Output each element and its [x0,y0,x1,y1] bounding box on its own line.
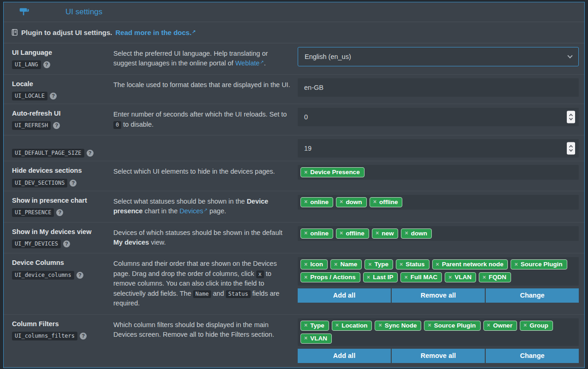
help-icon[interactable]: ? [53,122,60,129]
tag-parent-network-node[interactable]: ×Parent network node [432,259,508,269]
my-devices-statuses-tag-field[interactable]: ×online×offline×new×down [298,226,579,241]
devices-link[interactable]: Devices [179,207,203,215]
remove-tag-icon[interactable]: × [514,262,517,268]
tag-name[interactable]: ×Name [330,259,362,269]
remove-all-button[interactable]: Remove all [392,349,485,363]
remove-tag-icon[interactable]: × [334,262,337,268]
help-icon[interactable]: ? [80,333,87,340]
remove-tag-icon[interactable]: × [304,230,307,236]
remove-tag-icon[interactable]: × [523,322,527,328]
remove-tag-icon[interactable]: × [373,199,376,205]
tag-label: Device Presence [310,169,359,176]
tag-down[interactable]: ×down [336,197,367,207]
refresh-seconds-input[interactable]: 0 [298,108,579,126]
tag-props-actions[interactable]: ×Props / Actions [300,272,360,282]
remove-tag-icon[interactable]: × [376,230,379,236]
setting-label: Device Columns [12,259,108,266]
remove-tag-icon[interactable]: × [340,199,343,205]
remove-tag-icon[interactable]: × [448,275,452,281]
tag-type[interactable]: ×Type [300,321,329,331]
add-all-button[interactable]: Add all [298,349,391,363]
tag-status[interactable]: ×Status [396,259,429,269]
tag-down[interactable]: ×down [401,228,432,239]
docs-link[interactable]: Read more in the docs.↗ [116,29,196,36]
help-icon[interactable]: ? [56,209,63,216]
column-filters-tag-field[interactable]: ×Type×Location×Sync Node×Source Plugin×O… [298,318,579,346]
weblate-link[interactable]: Weblate [235,59,259,67]
change-button[interactable]: Change [486,349,579,363]
tag-new[interactable]: ×new [372,228,399,239]
remove-tag-icon[interactable]: × [482,275,486,281]
help-icon[interactable]: ? [87,150,94,157]
help-icon[interactable]: ? [50,93,57,100]
remove-tag-icon[interactable]: × [428,322,431,328]
tag-type[interactable]: ×Type [365,259,393,269]
device-columns-actions: Add all Remove all Change [298,288,579,303]
remove-tag-icon[interactable]: × [304,199,307,205]
remove-tag-icon[interactable]: × [304,170,307,176]
tag-label: Type [310,322,324,329]
add-all-button[interactable]: Add all [298,288,391,303]
tag-group[interactable]: ×Group [520,321,553,331]
tag-label: online [310,230,329,237]
setting-code: UI_REFRESH [12,121,51,130]
tag-full-mac[interactable]: ×Full MAC [400,272,442,282]
tag-online[interactable]: ×online [300,197,333,207]
locale-input[interactable]: en-GB [298,78,579,97]
remove-tag-icon[interactable]: × [335,322,339,328]
tag-fqdn[interactable]: ×FQDN [479,272,511,282]
page-size-input[interactable]: 19 [298,139,579,158]
setting-row-ui-lang: UI Language UI_LANG? Select the preferre… [4,43,584,75]
dev-sections-tag-field[interactable]: ×Device Presence [298,165,579,180]
setting-row-device-columns: Device Columns UI_device_columns? Column… [4,253,584,314]
help-icon[interactable]: ? [43,61,50,68]
presence-statuses-tag-field[interactable]: ×online×down×offline [298,195,579,210]
remove-tag-icon[interactable]: × [400,262,403,268]
tag-vlan[interactable]: ×VLAN [445,272,476,282]
remove-tag-icon[interactable]: × [304,335,307,341]
panel-titlebar: UI settings [4,2,584,22]
remove-all-button[interactable]: Remove all [392,288,485,303]
change-button[interactable]: Change [486,288,579,303]
tag-sync-node[interactable]: ×Sync Node [375,321,421,331]
spin-down-icon[interactable] [569,148,573,152]
external-link-icon: ↗ [192,29,196,34]
tag-offline[interactable]: ×offline [370,197,403,207]
help-icon[interactable]: ? [70,180,76,187]
tag-last-ip[interactable]: ×Last IP [363,272,398,282]
tag-location[interactable]: ×Location [332,321,372,331]
tag-source-plugin[interactable]: ×Source Plugin [511,259,567,269]
tag-label: Sync Node [385,322,417,329]
tag-source-plugin[interactable]: ×Source Plugin [424,321,480,331]
device-columns-tag-field[interactable]: ×Icon×Name×Type×Status×Parent network no… [298,257,579,286]
tag-icon[interactable]: ×Icon [300,259,328,269]
chevron-down-icon [567,53,572,58]
remove-tag-icon[interactable]: × [367,275,370,281]
tag-offline[interactable]: ×offline [336,228,369,239]
ui-settings-panel: UI settings Plugin to adjust UI settings… [3,2,585,368]
number-spinner[interactable] [567,111,575,123]
help-icon[interactable]: ? [76,272,83,279]
help-icon[interactable]: ? [63,240,70,247]
remove-tag-icon[interactable]: × [436,262,439,268]
remove-tag-icon[interactable]: × [304,322,307,328]
number-spinner[interactable] [567,142,575,155]
tag-owner[interactable]: ×Owner [483,321,517,331]
remove-tag-icon[interactable]: × [304,275,307,281]
tag-vlan[interactable]: ×VLAN [300,334,332,344]
ui-language-select[interactable]: English (en_us) [298,47,579,66]
remove-tag-icon[interactable]: × [340,230,343,236]
tag-label: VLAN [310,335,327,342]
remove-tag-icon[interactable]: × [368,262,371,268]
remove-tag-icon[interactable]: × [405,230,408,236]
remove-tag-icon[interactable]: × [487,322,490,328]
tag-online[interactable]: ×online [300,228,333,239]
spin-down-icon[interactable] [569,117,573,120]
remove-tag-icon[interactable]: × [304,262,307,268]
tag-device-presence[interactable]: ×Device Presence [300,167,365,177]
remove-tag-icon[interactable]: × [404,275,407,281]
setting-description: Select what statuses should be shown in … [112,194,298,219]
remove-tag-icon[interactable]: × [378,322,382,328]
setting-label: Column Filters [12,320,108,328]
tag-label: Source Plugin [521,261,563,268]
